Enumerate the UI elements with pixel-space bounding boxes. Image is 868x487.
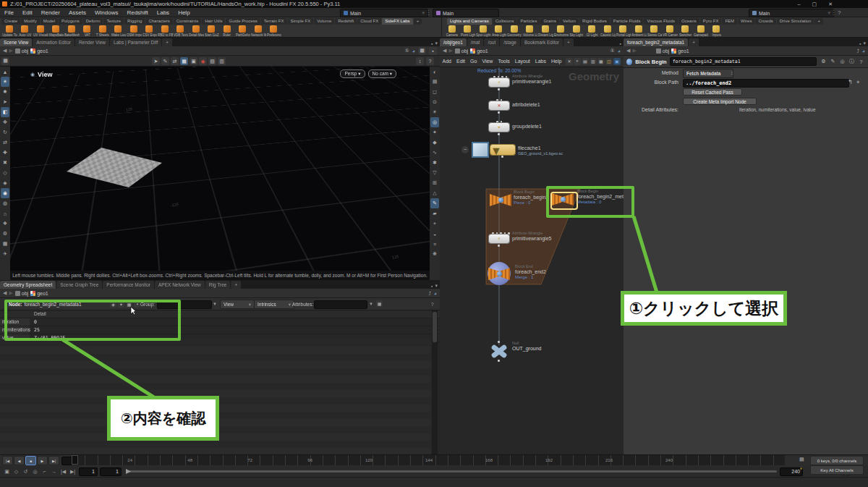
shelf-tab[interactable]: Vellum	[560, 18, 579, 25]
playbar-tool-icon[interactable]: |◀	[59, 469, 68, 475]
network-menu-item[interactable]: Help	[548, 59, 563, 64]
shelf-tab-lights-cameras[interactable]: Lights and Cameras	[447, 18, 492, 25]
shelf-tab[interactable]: Pyro FX	[700, 18, 722, 25]
shelf-tool[interactable]: T Sheets	[95, 25, 111, 38]
view-dropdown[interactable]: View▾	[220, 300, 255, 309]
shelf-tool[interactable]: Geometry Light	[506, 25, 522, 38]
playbar-tool-icon[interactable]: ↺	[21, 469, 30, 475]
shelf-tool[interactable]: Portal Light	[616, 25, 631, 38]
shelf-tab[interactable]: FEM	[722, 18, 737, 25]
spinner-icon[interactable]: ↕	[731, 70, 733, 75]
pane-tab[interactable]: /out	[484, 38, 499, 46]
shelf-tool[interactable]: PathDeform	[235, 25, 251, 38]
pin-link-icon[interactable]: ◕	[618, 48, 621, 54]
display-option-icon[interactable]: ✦	[430, 127, 439, 137]
shelf-tab[interactable]: Constraints	[174, 18, 201, 25]
pin-link-icon[interactable]: ◕	[412, 48, 415, 54]
shelf-tool[interactable]: Caustic Light	[600, 25, 616, 38]
viewport-tool-icon[interactable]: ⇄	[171, 57, 179, 65]
shelf-tab-add[interactable]: +	[814, 18, 823, 25]
network-toolbar-icon[interactable]: ▥	[590, 58, 597, 65]
pane-tab[interactable]: Performance Monitor	[103, 281, 154, 289]
pane-tab[interactable]: Bookmark Editor	[521, 38, 563, 46]
create-meta-import-button[interactable]: Create Meta Import Node	[683, 98, 757, 105]
shelf-tool[interactable]: Network Walk	[250, 25, 266, 38]
jump-to-node-icon[interactable]: ↰	[848, 79, 853, 85]
shelf-tool[interactable]: Make Loop	[111, 25, 127, 38]
viewport-tool-icon[interactable]: ▦	[1, 239, 9, 249]
shelf-tool[interactable]: Ruler	[219, 25, 235, 38]
display-option-icon[interactable]: ✱	[430, 158, 439, 168]
filter-icon[interactable]: ▼	[213, 302, 217, 306]
network-toolbar-icon[interactable]: ⌖	[574, 58, 581, 65]
display-option-icon[interactable]: ∿	[430, 148, 439, 158]
shelf-tool[interactable]: OSM Import	[126, 25, 142, 38]
group-input[interactable]	[157, 300, 212, 309]
help-icon[interactable]: ?	[838, 9, 841, 16]
shelf-tool[interactable]: Camera	[444, 25, 460, 38]
display-option-icon[interactable]: ▰	[430, 208, 439, 219]
desktop-selector-right[interactable]: Main ▾	[749, 9, 834, 17]
node-groupdelete1[interactable]: ✦	[489, 123, 509, 132]
shelf-tool[interactable]: VR Camera	[662, 25, 678, 38]
pane-tab-add[interactable]: +	[162, 38, 172, 46]
shelf-tab[interactable]: Crowds	[755, 18, 775, 25]
display-option-icon[interactable]: △	[430, 188, 439, 198]
playbar-tool-icon[interactable]: ▶|	[68, 469, 77, 475]
network-menu-item[interactable]: Layout	[512, 59, 532, 64]
network-menu-item[interactable]: Go	[468, 59, 480, 64]
viewport-tool-icon[interactable]: ▥	[218, 57, 226, 65]
shelf-tool[interactable]: Sky Light	[569, 25, 584, 38]
key-icon[interactable]: ⚡	[799, 466, 803, 472]
viewport-tool-icon[interactable]: ❖	[1, 219, 9, 229]
menu-item[interactable]: Help	[174, 9, 194, 16]
range-slider-handle[interactable]	[126, 469, 131, 474]
viewport-tool-icon[interactable]: ✚	[1, 148, 9, 158]
path-geo1[interactable]: geo1	[30, 48, 48, 54]
spreadsheet-scrollbar[interactable]	[432, 310, 438, 454]
shelf-tool[interactable]: Switcher	[678, 25, 694, 38]
display-option-icon[interactable]: ✎	[430, 198, 439, 208]
transport-button[interactable]: ◀	[14, 456, 25, 465]
pane-tab-add[interactable]: +	[231, 281, 241, 289]
pin-pane-icon[interactable]: ⤴	[856, 48, 859, 54]
display-option-icon[interactable]: ◻	[430, 87, 439, 97]
shelf-tool[interactable]: Update Toolset	[1, 25, 17, 38]
shelf-tab[interactable]: Volume	[314, 18, 334, 25]
playbar-tool-icon[interactable]: ◇	[12, 469, 21, 475]
help-icon[interactable]: ?	[431, 302, 434, 307]
playbar-tool-icon[interactable]: ⌐	[40, 469, 49, 475]
viewport-tool-icon[interactable]: ◍	[1, 198, 9, 208]
pane-tab[interactable]: Animation Editor	[33, 38, 75, 46]
transport-button[interactable]: ▶	[37, 456, 48, 465]
pane-split-icon[interactable]: ▾	[435, 41, 438, 46]
block-path-field[interactable]: ../foreach_end2	[683, 79, 849, 88]
display-options-icon[interactable]: ▪	[429, 47, 437, 55]
shelf-tab[interactable]: Redshift	[335, 18, 357, 25]
attributes-input[interactable]	[314, 300, 367, 309]
node-name-field[interactable]: foreach_begin2_metadata1	[670, 57, 817, 66]
display-option-icon[interactable]: ⊙	[430, 97, 439, 107]
shelf-tab[interactable]: Rigid Bodies	[579, 18, 610, 25]
path-obj[interactable]: obj	[15, 291, 28, 296]
shelf-tool[interactable]: Start GoZ	[204, 25, 220, 38]
flipbook-icon[interactable]: ▤	[799, 457, 804, 462]
viewport-tool-icon[interactable]: ↻	[1, 127, 9, 137]
parameter-header-icon[interactable]: ✎	[829, 58, 837, 66]
spreadsheet-filter-icon[interactable]: ✦	[118, 301, 124, 308]
viewport-tool-icon[interactable]: ▣	[190, 57, 197, 65]
shelf-tab[interactable]: Texture	[103, 18, 124, 25]
shelf-tab[interactable]: Oceans	[678, 18, 699, 25]
desktop-selector-2[interactable]: Main	[433, 9, 499, 17]
shelf-tab[interactable]: Simple FX	[288, 18, 314, 25]
collapse-icon[interactable]: −	[461, 146, 469, 153]
viewport-tool-icon[interactable]: ✎	[161, 57, 169, 65]
shelf-tool[interactable]: Ambient Light	[631, 25, 647, 38]
shelf-tool[interactable]: Inputs	[709, 25, 725, 38]
nav-forward-icon[interactable]: ▶	[632, 48, 636, 54]
minimize-button[interactable]: –	[798, 1, 801, 7]
shelf-tool[interactable]: Point Light	[460, 25, 476, 38]
pane-tab-add[interactable]: +	[689, 38, 699, 46]
playbar-tool-icon[interactable]: ▣	[2, 469, 12, 475]
display-option-icon[interactable]: ≡	[430, 239, 439, 249]
